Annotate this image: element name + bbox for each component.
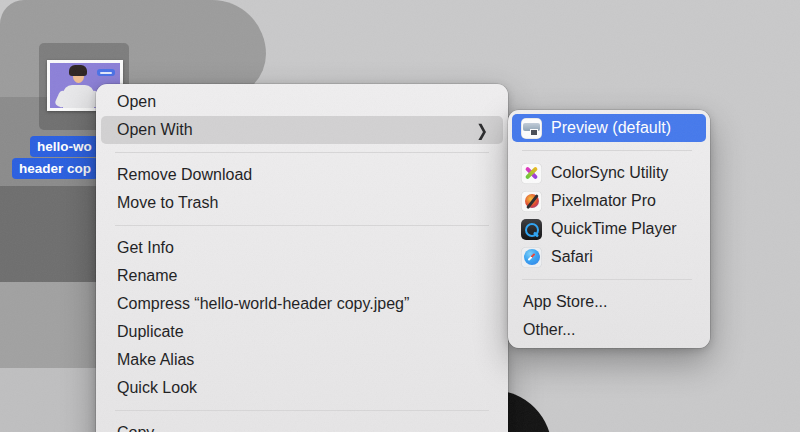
quicktime-app-icon xyxy=(521,219,542,240)
menu-item-label: Rename xyxy=(117,267,492,285)
menu-separator xyxy=(115,152,489,153)
menu-item-label: Get Info xyxy=(117,239,492,257)
context-menu: Open Open With ❯ Remove Download Move to… xyxy=(96,84,508,432)
submenu-item-colorsync-utility[interactable]: ColorSync Utility xyxy=(512,159,706,187)
preview-app-icon xyxy=(521,118,542,139)
submenu-item-quicktime-player[interactable]: QuickTime Player xyxy=(512,215,706,243)
colorsync-app-icon xyxy=(521,163,542,184)
menu-item-label: Open With xyxy=(117,121,476,139)
submenu-item-label: Preview (default) xyxy=(551,119,698,137)
desktop-band-4 xyxy=(0,368,96,432)
menu-item-rename[interactable]: Rename xyxy=(101,262,503,290)
menu-item-open[interactable]: Open xyxy=(101,88,503,116)
thumbnail-blue-badge xyxy=(97,69,115,76)
submenu-item-label: App Store... xyxy=(523,293,698,311)
menu-item-move-to-trash[interactable]: Move to Trash xyxy=(101,189,503,217)
menu-item-label: Compress “hello-world-header copy.jpeg” xyxy=(117,295,492,313)
menu-item-label: Move to Trash xyxy=(117,194,492,212)
menu-item-quick-look[interactable]: Quick Look xyxy=(101,374,503,402)
menu-item-label: Remove Download xyxy=(117,166,492,184)
file-name-line-1[interactable]: hello-wo xyxy=(30,136,99,157)
menu-item-label: Duplicate xyxy=(117,323,492,341)
menu-separator xyxy=(115,225,489,226)
submenu-item-app-store[interactable]: App Store... xyxy=(512,288,706,316)
submenu-item-label: ColorSync Utility xyxy=(551,164,698,182)
submenu-item-label: QuickTime Player xyxy=(551,220,698,238)
menu-item-copy[interactable]: Copy xyxy=(101,419,503,432)
menu-separator xyxy=(522,279,692,280)
submenu-arrow-icon: ❯ xyxy=(476,121,488,139)
submenu-item-label: Safari xyxy=(551,248,698,266)
menu-item-make-alias[interactable]: Make Alias xyxy=(101,346,503,374)
memoji-hair xyxy=(69,65,87,76)
menu-item-get-info[interactable]: Get Info xyxy=(101,234,503,262)
menu-item-label: Quick Look xyxy=(117,379,492,397)
menu-item-duplicate[interactable]: Duplicate xyxy=(101,318,503,346)
submenu-item-other[interactable]: Other... xyxy=(512,316,706,344)
menu-item-open-with[interactable]: Open With ❯ xyxy=(101,116,503,144)
menu-item-label: Open xyxy=(117,93,492,111)
safari-app-icon xyxy=(521,247,542,268)
desktop-band-2 xyxy=(0,186,96,282)
submenu-item-safari[interactable]: Safari xyxy=(512,243,706,271)
menu-item-compress[interactable]: Compress “hello-world-header copy.jpeg” xyxy=(101,290,503,318)
submenu-item-label: Pixelmator Pro xyxy=(551,192,698,210)
menu-separator xyxy=(522,150,692,151)
desktop-band-3 xyxy=(0,282,96,368)
submenu-item-pixelmator-pro[interactable]: Pixelmator Pro xyxy=(512,187,706,215)
menu-separator xyxy=(115,410,489,411)
menu-item-label: Make Alias xyxy=(117,351,492,369)
menu-item-label: Copy xyxy=(117,424,492,432)
open-with-submenu: Preview (default) ColorSync Utility Pixe… xyxy=(508,110,710,348)
menu-item-remove-download[interactable]: Remove Download xyxy=(101,161,503,189)
pixelmator-app-icon xyxy=(521,191,542,212)
file-name-line-2[interactable]: header cop xyxy=(12,158,98,179)
submenu-item-preview[interactable]: Preview (default) xyxy=(512,114,706,142)
submenu-item-label: Other... xyxy=(523,321,698,339)
